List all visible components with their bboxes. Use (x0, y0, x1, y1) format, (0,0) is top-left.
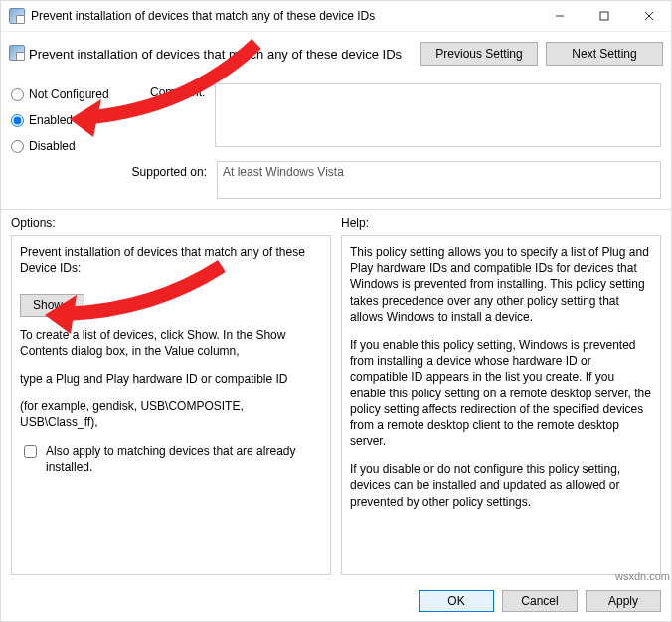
comment-label: Comment: (150, 83, 205, 99)
comment-input[interactable] (215, 83, 661, 147)
previous-setting-button[interactable]: Previous Setting (420, 42, 538, 66)
options-column: Options: Prevent installation of devices… (11, 216, 331, 575)
help-p2: If you enable this policy setting, Windo… (350, 337, 652, 449)
supported-row: Supported on: At least Windows Vista (1, 157, 671, 209)
radio-enabled-label: Enabled (29, 113, 73, 127)
options-intro: Prevent installation of devices that mat… (20, 244, 322, 276)
options-panel: Prevent installation of devices that mat… (11, 235, 331, 575)
policy-icon (9, 45, 25, 64)
lower-panels: Options: Prevent installation of devices… (1, 210, 671, 581)
supported-label: Supported on: (11, 161, 217, 179)
policy-title: Prevent installation of devices that mat… (25, 47, 413, 62)
radio-not-configured-input[interactable] (11, 88, 24, 101)
options-example: (for example, gendisk, USB\COMPOSITE, US… (20, 398, 322, 430)
also-apply-label: Also apply to matching devices that are … (46, 443, 322, 475)
comment-block: Comment: (150, 83, 661, 153)
radio-disabled-input[interactable] (11, 140, 24, 153)
options-heading: Options: (11, 216, 331, 230)
help-p1: This policy setting allows you to specif… (350, 244, 652, 325)
dialog-footer: OK Cancel Apply (1, 581, 671, 621)
minimize-button[interactable] (537, 1, 582, 31)
next-setting-button[interactable]: Next Setting (546, 42, 663, 66)
close-button[interactable] (626, 1, 671, 31)
state-radios: Not Configured Enabled Disabled (11, 83, 120, 153)
cancel-button[interactable]: Cancel (502, 590, 578, 612)
window-title: Prevent installation of devices that mat… (31, 9, 537, 23)
header-row: Prevent installation of devices that mat… (1, 32, 671, 83)
app-icon (9, 8, 25, 24)
options-create-list: To create a list of devices, click Show.… (20, 327, 322, 359)
radio-not-configured[interactable]: Not Configured (11, 87, 120, 101)
options-type-id: type a Plug and Play hardware ID or comp… (20, 371, 322, 387)
radio-disabled-label: Disabled (29, 139, 76, 153)
radio-disabled[interactable]: Disabled (11, 139, 120, 153)
state-section: Not Configured Enabled Disabled Comment: (1, 83, 671, 157)
help-column: Help: This policy setting allows you to … (341, 216, 661, 575)
show-button[interactable]: Show... (20, 294, 84, 316)
apply-button[interactable]: Apply (586, 590, 661, 612)
supported-box: At least Windows Vista (217, 161, 661, 199)
help-p3: If you disable or do not configure this … (350, 461, 652, 510)
watermark: wsxdn.com (615, 570, 670, 582)
help-heading: Help: (341, 216, 661, 230)
ok-button[interactable]: OK (419, 590, 494, 612)
radio-not-configured-label: Not Configured (29, 87, 109, 101)
help-panel: This policy setting allows you to specif… (341, 235, 661, 575)
radio-enabled[interactable]: Enabled (11, 113, 120, 127)
radio-enabled-input[interactable] (11, 114, 24, 127)
also-apply-row[interactable]: Also apply to matching devices that are … (20, 443, 322, 475)
maximize-button[interactable] (582, 1, 626, 31)
also-apply-checkbox[interactable] (24, 445, 37, 458)
svg-rect-1 (600, 12, 608, 20)
titlebar: Prevent installation of devices that mat… (1, 1, 671, 32)
